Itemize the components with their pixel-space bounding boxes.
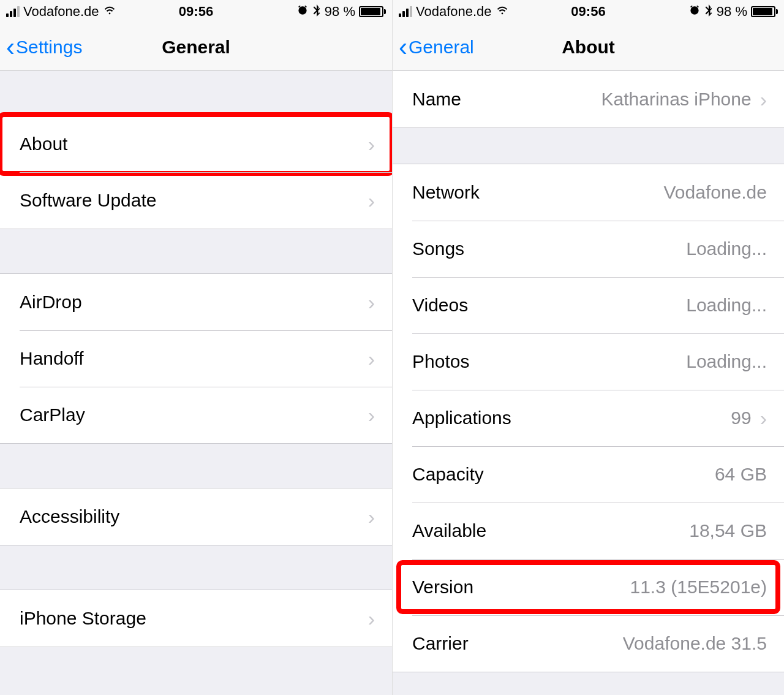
- row-value: Loading...: [686, 351, 767, 372]
- row-label: CarPlay: [20, 404, 85, 425]
- row-label: Songs: [412, 238, 464, 259]
- bluetooth-icon: [312, 4, 321, 20]
- cellular-signal-icon: [399, 6, 412, 17]
- nav-title: About: [562, 37, 615, 58]
- battery-icon: [359, 6, 386, 17]
- row-label: Capacity: [412, 464, 484, 485]
- row-value: Katharinas iPhone: [601, 89, 752, 110]
- screen-about: Vodafone.de 09:56 98 %: [392, 0, 784, 695]
- about-list[interactable]: Name Katharinas iPhone › Network Vodafon…: [393, 71, 784, 672]
- screen-general: Vodafone.de 09:56 98 %: [0, 0, 392, 695]
- status-bar: Vodafone.de 09:56 98 %: [0, 0, 392, 23]
- carrier-name: Vodafone.de: [416, 4, 492, 20]
- row-label: About: [20, 134, 67, 154]
- row-label: Network: [412, 182, 480, 203]
- row-label: Carrier: [412, 633, 469, 654]
- battery-percentage: 98 %: [325, 4, 355, 20]
- alarm-icon: [688, 4, 701, 20]
- battery-icon: [751, 6, 778, 17]
- group-storage: iPhone Storage ›: [0, 590, 392, 647]
- chevron-left-icon: ‹: [6, 34, 15, 60]
- back-button[interactable]: ‹ General: [399, 34, 474, 60]
- carrier-name: Vodafone.de: [23, 4, 99, 20]
- row-network[interactable]: Network Vodafone.de: [393, 164, 784, 221]
- nav-title: General: [162, 37, 230, 58]
- alarm-icon: [296, 4, 309, 20]
- nav-bar: ‹ Settings General: [0, 23, 392, 71]
- row-label: Accessibility: [20, 506, 119, 527]
- row-value: 11.3 (15E5201e): [630, 577, 767, 598]
- chevron-left-icon: ‹: [399, 34, 407, 60]
- back-button[interactable]: ‹ Settings: [6, 34, 82, 60]
- row-value: 99: [731, 408, 751, 428]
- status-time: 09:56: [179, 4, 213, 20]
- status-time: 09:56: [571, 4, 605, 20]
- section-gap: [0, 71, 392, 115]
- group-name: Name Katharinas iPhone ›: [393, 71, 784, 128]
- group-details: Network Vodafone.de Songs Loading... Vid…: [393, 164, 784, 672]
- wifi-icon: [103, 3, 116, 20]
- row-accessibility[interactable]: Accessibility ›: [0, 488, 392, 545]
- row-label: Version: [412, 577, 473, 598]
- bluetooth-icon: [704, 4, 713, 20]
- row-songs[interactable]: Songs Loading...: [393, 221, 784, 277]
- section-gap: [0, 444, 392, 488]
- chevron-right-icon: ›: [760, 406, 767, 430]
- chevron-right-icon: ›: [368, 189, 375, 213]
- chevron-right-icon: ›: [368, 132, 375, 156]
- chevron-right-icon: ›: [368, 505, 375, 529]
- row-value: 18,54 GB: [689, 520, 767, 541]
- row-carrier[interactable]: Carrier Vodafone.de 31.5: [393, 615, 784, 672]
- row-capacity[interactable]: Capacity 64 GB: [393, 446, 784, 503]
- row-available[interactable]: Available 18,54 GB: [393, 503, 784, 559]
- chevron-right-icon: ›: [368, 347, 375, 371]
- back-label: Settings: [16, 37, 82, 58]
- row-value: Vodafone.de 31.5: [623, 633, 767, 654]
- row-value: Vodafone.de: [663, 182, 767, 203]
- wifi-icon: [496, 3, 509, 20]
- row-value: Loading...: [686, 295, 767, 316]
- back-label: General: [409, 37, 474, 58]
- section-gap: [0, 229, 392, 273]
- cellular-signal-icon: [6, 6, 20, 17]
- group-airdrop: AirDrop › Handoff › CarPlay ›: [0, 273, 392, 444]
- status-bar: Vodafone.de 09:56 98 %: [393, 0, 784, 23]
- row-label: Videos: [412, 295, 468, 316]
- row-label: Photos: [412, 351, 469, 372]
- row-photos[interactable]: Photos Loading...: [393, 333, 784, 390]
- row-software-update[interactable]: Software Update ›: [0, 172, 392, 229]
- row-value: 64 GB: [715, 464, 767, 485]
- row-value: Loading...: [686, 238, 767, 259]
- row-label: Available: [412, 520, 486, 541]
- row-label: iPhone Storage: [20, 608, 146, 629]
- chevron-right-icon: ›: [760, 88, 767, 112]
- row-name[interactable]: Name Katharinas iPhone ›: [393, 71, 784, 127]
- row-version[interactable]: Version 11.3 (15E5201e): [393, 559, 784, 615]
- group-accessibility: Accessibility ›: [0, 488, 392, 545]
- row-iphone-storage[interactable]: iPhone Storage ›: [0, 590, 392, 647]
- row-videos[interactable]: Videos Loading...: [393, 277, 784, 333]
- row-label: Name: [412, 89, 461, 110]
- chevron-right-icon: ›: [368, 291, 375, 314]
- battery-percentage: 98 %: [717, 4, 747, 20]
- chevron-right-icon: ›: [368, 403, 375, 427]
- section-gap: [0, 545, 392, 590]
- section-gap: [393, 128, 784, 164]
- nav-bar: ‹ General About: [393, 23, 784, 71]
- row-about[interactable]: About ›: [0, 116, 392, 172]
- row-applications[interactable]: Applications 99 ›: [393, 390, 784, 446]
- row-airdrop[interactable]: AirDrop ›: [0, 274, 392, 330]
- chevron-right-icon: ›: [368, 607, 375, 631]
- row-label: Software Update: [20, 190, 156, 211]
- group-about: About › Software Update ›: [0, 115, 392, 229]
- row-handoff[interactable]: Handoff ›: [0, 330, 392, 387]
- general-list[interactable]: About › Software Update › AirDrop › Hand…: [0, 71, 392, 647]
- row-label: Applications: [412, 408, 511, 428]
- row-label: AirDrop: [20, 292, 82, 313]
- row-carplay[interactable]: CarPlay ›: [0, 387, 392, 443]
- row-label: Handoff: [20, 348, 84, 369]
